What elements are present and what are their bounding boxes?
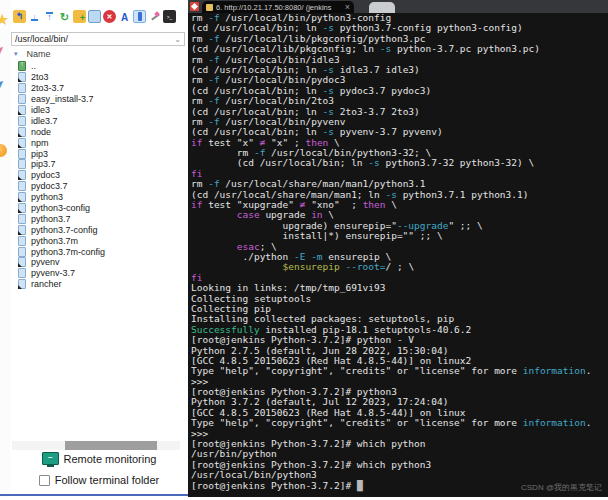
symlink-file-icon	[18, 203, 26, 213]
file-icon	[18, 236, 26, 246]
file-icon	[18, 247, 26, 257]
file-row[interactable]: rancher	[18, 279, 186, 290]
file-name: easy_install-3.7	[31, 94, 94, 104]
refresh-icon[interactable]	[58, 10, 71, 23]
send-blue-icon[interactable]: ➤	[0, 74, 9, 94]
horizontal-scrollbar[interactable]	[12, 441, 180, 450]
file-name: python3	[31, 192, 63, 202]
file-icon	[18, 159, 26, 169]
file-row[interactable]: pyvenv-3.7	[18, 268, 186, 279]
file-row[interactable]: python3-config	[18, 203, 186, 214]
file-row[interactable]: 2to3-3.7	[18, 83, 186, 94]
file-name: npm	[31, 138, 49, 148]
symlink-file-icon	[18, 225, 26, 235]
file-row[interactable]: node	[18, 126, 186, 137]
file-row[interactable]: ..	[18, 61, 186, 72]
upload-icon[interactable]	[43, 10, 56, 23]
connect-wand-icon[interactable]	[148, 10, 161, 23]
close-icon[interactable]: ×	[345, 3, 350, 12]
watermark: CSDN @我的黑克笔记	[521, 482, 602, 493]
name-column-label: Name	[27, 49, 51, 59]
ssh-client-window: ★ ➤ ➤ uick connect... /usr/local/bin/ ⌄ …	[0, 0, 608, 500]
file-name: pip3.7	[31, 159, 56, 169]
file-row[interactable]: idle3.7	[18, 115, 186, 126]
file-name: python3.7m-config	[31, 247, 105, 257]
symlink-file-icon	[18, 72, 26, 82]
file-row[interactable]: pip3.7	[18, 159, 186, 170]
file-name: 2to3-3.7	[31, 83, 64, 93]
file-icon	[18, 116, 26, 126]
file-name: idle3	[31, 105, 50, 115]
file-name: node	[31, 127, 51, 137]
partial-favicon-icon[interactable]	[190, 2, 199, 11]
follow-terminal-folder-checkbox[interactable]: Follow terminal folder	[10, 474, 188, 486]
file-row[interactable]: pip3	[18, 148, 186, 159]
file-row[interactable]: pydoc3	[18, 170, 186, 181]
file-panel: /usr/local/bin/ ⌄ ▾ Name ..2to32to3-3.7e…	[10, 0, 188, 497]
orange-ball-icon[interactable]	[0, 144, 7, 157]
file-list: ..2to32to3-3.7easy_install-3.7idle3idle3…	[18, 61, 186, 290]
new-folder-icon[interactable]	[73, 10, 86, 23]
file-name: rancher	[31, 279, 62, 289]
file-name: idle3.7	[31, 116, 58, 126]
sort-arrow-icon: ▾	[14, 50, 18, 58]
file-row[interactable]: python3.7m-config	[18, 246, 186, 257]
sync-location-icon[interactable]	[133, 10, 146, 23]
file-name: pydoc3	[31, 170, 60, 180]
file-name: python3.7m	[31, 236, 78, 246]
file-row[interactable]: python3.7-config	[18, 224, 186, 235]
file-row[interactable]: easy_install-3.7	[18, 94, 186, 105]
panel-bottom-divider	[0, 494, 188, 496]
terminal-output[interactable]: rm -f /usr/local/bin/python3-config(cd /…	[191, 13, 608, 497]
file-row[interactable]: idle3	[18, 105, 186, 116]
file-row[interactable]: npm	[18, 137, 186, 148]
new-file-icon[interactable]	[88, 10, 101, 23]
parent-folder-icon	[18, 61, 26, 71]
file-name: pyvenv	[31, 257, 60, 267]
file-row[interactable]: pyvenv	[18, 257, 186, 268]
remote-monitoring-label: Remote monitoring	[64, 453, 157, 465]
new-tab-stub[interactable]	[369, 2, 395, 13]
favorites-star-icon[interactable]: ★	[0, 10, 9, 29]
file-name: 2to3	[31, 72, 49, 82]
file-name: ..	[31, 61, 36, 71]
file-name: pip3	[31, 149, 48, 159]
chevron-down-icon[interactable]: ⌄	[174, 35, 181, 44]
file-icon	[18, 149, 26, 159]
file-icon	[18, 94, 26, 104]
file-row[interactable]: python3.7m	[18, 235, 186, 246]
file-row[interactable]: python3.7	[18, 213, 186, 224]
file-row[interactable]: python3	[18, 192, 186, 203]
file-row[interactable]: pydoc3.7	[18, 181, 186, 192]
symlink-file-icon	[18, 279, 26, 289]
symlink-file-icon	[18, 138, 26, 148]
file-name: python3.7-config	[31, 225, 98, 235]
file-name: pyvenv-3.7	[31, 268, 75, 278]
file-row[interactable]: 2to3	[18, 72, 186, 83]
delete-icon[interactable]	[103, 10, 116, 23]
tab-bar: 6. http://10.21.17.50:8080/ (jenkins ×	[188, 0, 608, 13]
symlink-file-icon	[18, 127, 26, 137]
download-icon[interactable]	[28, 10, 41, 23]
checkbox-icon[interactable]	[39, 475, 50, 486]
file-icon	[18, 83, 26, 93]
path-bar[interactable]: /usr/local/bin/ ⌄	[11, 32, 185, 46]
symlink-file-icon	[18, 192, 26, 202]
rename-icon[interactable]	[118, 10, 131, 23]
file-icon	[18, 268, 26, 278]
follow-terminal-folder-label: Follow terminal folder	[55, 474, 160, 486]
remote-monitoring-button[interactable]: Remote monitoring	[10, 452, 188, 465]
file-toolbar	[13, 10, 176, 23]
parent-folder-icon[interactable]	[13, 10, 26, 23]
terminal-icon[interactable]	[163, 10, 176, 23]
file-icon	[18, 214, 26, 224]
jenkins-url-tab[interactable]: 6. http://10.21.17.50:8080/ (jenkins ×	[202, 1, 354, 13]
file-name: pydoc3.7	[31, 181, 68, 191]
scrollbar-thumb[interactable]	[65, 441, 157, 450]
symlink-file-icon	[18, 105, 26, 115]
tab-title: 6. http://10.21.17.50:8080/ (jenkins	[216, 3, 342, 12]
list-header-name[interactable]: ▾ Name	[14, 49, 51, 59]
file-name: python3-config	[31, 203, 90, 213]
send-pink-icon[interactable]: ➤	[0, 40, 9, 60]
file-icon	[18, 181, 26, 191]
